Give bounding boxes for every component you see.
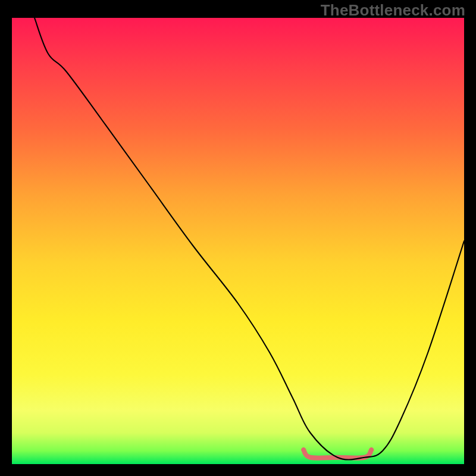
chart-frame: TheBottleneck.com [0,0,476,476]
plot-container [12,18,464,464]
curves-svg [12,18,464,464]
plot-gradient-background [12,18,464,464]
main-curve [35,18,464,460]
watermark-text: TheBottleneck.com [321,1,465,20]
